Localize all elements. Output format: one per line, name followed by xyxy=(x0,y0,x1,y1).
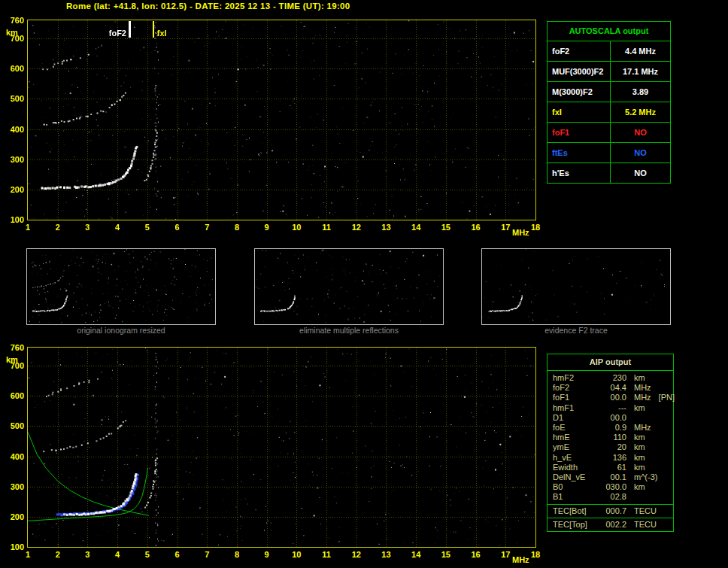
aip-row-value: 00.0 xyxy=(596,393,626,402)
thumbnail-caption: original ionogram resized xyxy=(26,326,216,335)
aip-row-unit: km xyxy=(626,433,673,442)
fof2-marker-line xyxy=(129,21,131,38)
aip-row-value: 00.0 xyxy=(596,413,626,423)
x-tick-label: 11 xyxy=(322,550,331,559)
aip-separator xyxy=(548,518,673,518)
autoscala-row: ftEsNO xyxy=(548,143,670,163)
top-ionogram-canvas xyxy=(28,20,535,220)
bottom-ionogram-canvas xyxy=(28,348,535,547)
aip-row-value: 02.8 xyxy=(596,492,626,502)
aip-row-unit: km xyxy=(626,463,673,472)
autoscala-row-value: NO xyxy=(611,123,670,142)
aip-row-name: ymE xyxy=(553,442,596,452)
aip-row-name: foF2 xyxy=(553,383,596,393)
autoscala-row-value: 17.1 MHz xyxy=(611,62,670,81)
aip-row-unit xyxy=(626,492,673,502)
aip-row-value: 04.4 xyxy=(596,383,626,393)
aip-row-name: B0 xyxy=(553,482,596,492)
y-tick-label: 500 xyxy=(5,421,24,430)
y-tick-label: 400 xyxy=(5,452,24,461)
aip-table-rows: hmF2230kmfoF204.4MHzfoF100.0MHz[PN]hmF1-… xyxy=(548,371,673,531)
aip-row-value: 230 xyxy=(596,373,626,383)
aip-row-value: --- xyxy=(596,403,626,413)
y-tick-label: 100 xyxy=(5,542,24,551)
thumbnail-multiple-reflections xyxy=(254,248,444,325)
autoscala-row-value: 3.89 xyxy=(611,82,670,102)
aip-row-unit: km xyxy=(626,442,673,452)
x-tick-label: 10 xyxy=(292,223,301,232)
x-tick-label: 16 xyxy=(471,550,480,559)
x-tick-label: 2 xyxy=(56,550,60,559)
x-tick-label: 18 xyxy=(531,550,540,559)
aip-row: DelN_vE00.1m^(-3) xyxy=(548,472,673,482)
aip-row-value: 61 xyxy=(596,463,626,472)
aip-row-name: B1 xyxy=(553,492,596,502)
x-tick-label: 3 xyxy=(85,223,89,232)
aip-row-name: TEC[Bot] xyxy=(553,506,596,516)
y-tick-label: 760 xyxy=(5,343,24,352)
fof2-marker-label: foF2 xyxy=(98,29,126,38)
aip-row-name: hmE xyxy=(553,433,596,442)
thumbnail-reflections-canvas xyxy=(255,249,441,323)
x-tick-label: 17 xyxy=(501,223,510,232)
aip-row-name: DelN_vE xyxy=(553,472,596,482)
aip-row: B0030.0km xyxy=(548,482,673,492)
x-tick-label: 2 xyxy=(56,223,60,232)
aip-separator xyxy=(548,504,673,505)
x-tick-label: 8 xyxy=(235,550,239,559)
fxi-marker-line xyxy=(153,21,154,38)
y-tick-label: 100 xyxy=(5,215,24,224)
aip-row: ymE20km xyxy=(548,442,673,452)
autoscala-output-table: AUTOSCALA output foF24.4 MHzMUF(3000)F21… xyxy=(547,21,671,184)
x-tick-label: 4 xyxy=(115,223,120,232)
bottom-ionogram-panel xyxy=(27,347,536,548)
x-tick-label: 12 xyxy=(352,223,361,232)
aip-row-unit: MHz[PN] xyxy=(626,393,675,402)
autoscala-row-label: foF1 xyxy=(548,123,611,142)
autoscala-row-label: ftEs xyxy=(548,143,611,163)
aip-row: foF100.0MHz[PN] xyxy=(548,393,673,402)
aip-row-name: h_vE xyxy=(553,453,596,463)
aip-row-unit: TECU xyxy=(626,520,673,530)
autoscala-row-value: NO xyxy=(611,143,670,163)
autoscala-row-value: NO xyxy=(611,163,670,183)
aip-row: B102.8 xyxy=(548,492,673,502)
y-tick-label: 400 xyxy=(5,125,24,134)
x-tick-label: 4 xyxy=(115,550,120,559)
y-tick-label: 600 xyxy=(5,64,24,73)
top-ionogram-panel: foF2fxI xyxy=(27,20,536,220)
x-tick-label: 13 xyxy=(381,550,390,559)
y-tick-label: 700 xyxy=(5,361,24,370)
x-tick-label: 14 xyxy=(411,550,420,559)
y-tick-label: 300 xyxy=(5,482,24,491)
aip-output-table: AIP output hmF2230kmfoF204.4MHzfoF100.0M… xyxy=(547,354,674,532)
x-tick-label: 7 xyxy=(205,223,209,232)
autoscala-row: h'EsNO xyxy=(548,163,670,183)
bottom-x-unit-label: MHz xyxy=(512,555,529,564)
thumbnail-original-canvas xyxy=(27,249,214,323)
aip-row: foF204.4MHz xyxy=(548,383,673,393)
thumbnail-caption: eliminate multiple reflections xyxy=(254,326,444,335)
aip-row-unit: m^(-3) xyxy=(626,472,673,482)
aip-row-unit: MHz xyxy=(626,383,673,393)
autoscala-row-label: h'Es xyxy=(548,163,611,183)
x-tick-label: 18 xyxy=(531,223,540,232)
thumbnail-original-ionogram xyxy=(26,248,216,325)
aip-row-unit: MHz xyxy=(626,423,673,433)
y-tick-label: 300 xyxy=(5,155,24,164)
autoscala-row-label: M(3000)F2 xyxy=(548,82,611,102)
thumbnail-f2-canvas xyxy=(482,249,669,323)
thumbnail-f2-trace xyxy=(481,248,671,325)
aip-row: TEC[Bot]000.7TECU xyxy=(548,506,673,516)
x-tick-label: 11 xyxy=(322,223,331,232)
thumbnail-caption: evidence F2 trace xyxy=(481,326,671,335)
x-tick-label: 5 xyxy=(145,223,150,232)
aip-row-value: 030.0 xyxy=(596,482,626,492)
y-tick-label: 760 xyxy=(5,16,24,25)
autoscala-row: foF1NO xyxy=(548,123,670,143)
x-tick-label: 5 xyxy=(145,550,150,559)
aip-row: h_vE136km xyxy=(548,453,673,463)
autoscala-row: MUF(3000)F217.1 MHz xyxy=(548,62,670,82)
aip-row-name: Ewidth xyxy=(553,463,596,472)
autoscala-row-label: foF2 xyxy=(548,41,611,61)
